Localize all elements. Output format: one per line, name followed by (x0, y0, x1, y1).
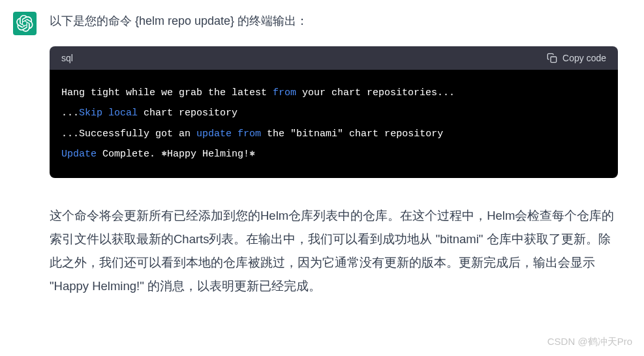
explanation-text: 这个命令将会更新所有已经添加到您的Helm仓库列表中的仓库。在这个过程中，Hel… (50, 204, 618, 298)
code-body: Hang tight while we grab the latest from… (50, 70, 618, 178)
copy-code-button[interactable]: Copy code (547, 53, 606, 63)
code-line: Hang tight while we grab the latest from… (61, 83, 606, 104)
code-line: ...Successfully got an update from the "… (61, 124, 606, 145)
chat-message: 以下是您的命令 {helm repo update} 的终端输出： sql Co… (0, 0, 644, 310)
code-language-label: sql (61, 53, 73, 63)
code-header: sql Copy code (50, 46, 618, 70)
clipboard-icon (547, 53, 557, 63)
copy-code-label: Copy code (562, 53, 606, 63)
code-block: sql Copy code Hang tight while we grab t… (50, 46, 618, 178)
assistant-avatar (13, 12, 37, 35)
openai-logo-icon (16, 15, 33, 32)
code-line: Update Complete. ⎈Happy Helming!⎈ (61, 144, 606, 165)
code-line: ...Skip local chart repository (61, 103, 606, 124)
watermark: CSDN @鹤冲天Pro (547, 336, 632, 348)
message-content: 以下是您的命令 {helm repo update} 的终端输出： sql Co… (50, 12, 631, 298)
intro-text: 以下是您的命令 {helm repo update} 的终端输出： (50, 12, 618, 31)
svg-rect-0 (551, 57, 557, 63)
